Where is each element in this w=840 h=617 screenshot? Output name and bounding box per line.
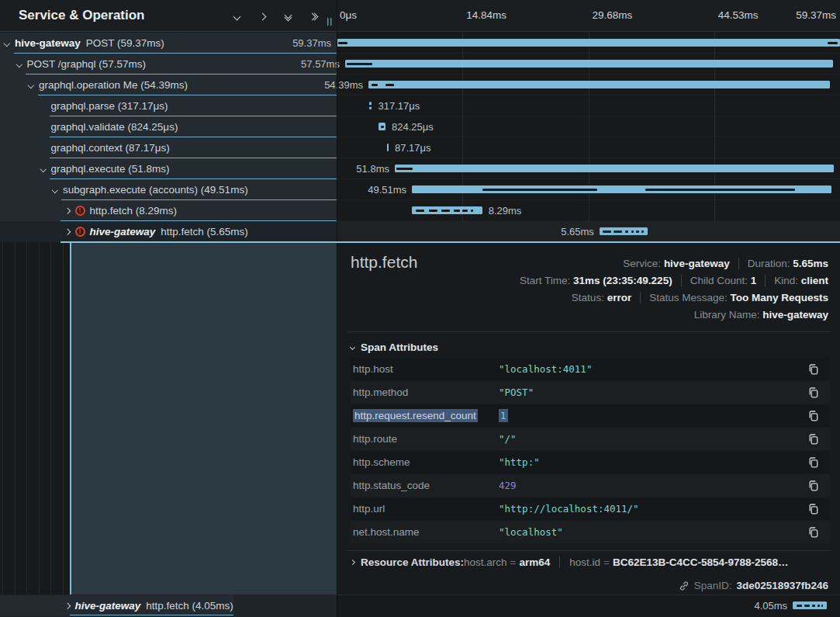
self-time-gap [369,105,371,107]
span-tree-bottom-row[interactable]: hive-gatewayhttp.fetch (4.05ms) [0,594,337,617]
copy-icon[interactable] [807,456,820,469]
copy-icon[interactable] [807,503,820,515]
copy-icon[interactable] [807,410,820,422]
timeline-row[interactable]: 8.29ms [337,200,840,221]
panel-resize-handle[interactable]: || [327,16,333,26]
span-meta-line: Service: hive-gatewayDuration: 5.65ms [520,255,828,272]
chevron-right-icon[interactable] [63,230,72,234]
copy-icon[interactable] [807,480,820,492]
span-meta-item: Service: hive-gateway [623,258,729,269]
service-name: hive-gateway [75,600,141,612]
self-time-gap [603,231,611,233]
timeline-row[interactable]: 824.25μs [337,116,840,137]
tree-row[interactable]: graphql.execute (51.8ms) [0,158,337,179]
chevron-right-icon[interactable] [63,604,72,608]
chevron-down-icon[interactable] [2,41,12,46]
span-meta-line: Status: errorStatus Message: Too Many Re… [520,289,828,306]
tree-row[interactable]: hive-gatewayhttp.fetch (4.05ms) [0,595,233,616]
timeline-span-bar[interactable] [368,81,830,88]
timeline-span-bar[interactable] [379,123,385,130]
tree-row[interactable]: graphql.context (87.17μs) [0,137,337,158]
span-meta-item: Kind: client [765,275,828,286]
timeline-row[interactable]: 57.57ms [337,54,840,75]
attribute-key[interactable]: http.route [353,433,499,445]
copy-icon[interactable] [807,363,820,376]
timeline-span-bar[interactable] [345,60,833,68]
chevron-down-icon[interactable] [26,83,36,88]
timeline-row[interactable]: 49.51ms [337,179,840,200]
tree-row[interactable]: subgraph.execute (accounts) (49.51ms) [0,179,337,200]
axis-tick-label: 0μs [340,9,357,21]
copy-icon[interactable] [807,386,820,399]
timeline-span-bar[interactable] [412,185,831,193]
copy-icon[interactable] [807,526,820,539]
timeline-row[interactable]: 317.17μs [337,95,840,116]
self-time-gap [385,84,394,86]
attribute-key[interactable]: http.method [353,386,499,398]
timeline-span-bar[interactable] [600,227,648,235]
timeline-span-bar[interactable] [337,39,840,47]
span-meta: Service: hive-gatewayDuration: 5.65msSta… [520,255,828,323]
tree-row[interactable]: hive-gatewayPOST (59.37ms) [0,33,337,54]
timeline-row[interactable]: 87.17μs [337,137,840,158]
attribute-key[interactable]: http.request.resend_count [353,410,499,421]
timeline: 59.37ms57.57ms54.39ms317.17μs824.25μs87.… [337,33,840,242]
tree-row[interactable]: !http.fetch (8.29ms) [0,200,337,221]
timeline-axis-header: 0μs14.84ms29.68ms44.53ms59.37ms [337,0,840,32]
self-time-gap [828,42,838,44]
resource-attributes-toggle[interactable]: Resource Attributes: [351,556,464,568]
tree-row[interactable]: graphql.operation Me (54.39ms) [0,75,337,95]
copy-icon[interactable] [807,433,820,445]
self-time-gap [372,84,378,86]
attribute-value: "POST" [499,386,534,398]
span-duration-label: 57.57ms [301,58,340,70]
expand-icon[interactable] [253,7,271,26]
timeline-span-bar[interactable] [412,206,482,214]
timeline-span-bar[interactable] [395,165,834,172]
self-time-gap [614,231,622,233]
timeline-row[interactable]: 59.37ms [337,33,840,54]
attribute-key[interactable]: http.status_code [353,480,499,491]
timeline-row[interactable]: 54.39ms [337,75,840,95]
attribute-key[interactable]: http.url [353,503,499,515]
attribute-key[interactable]: http.host [353,363,499,375]
self-time-gap [821,605,823,607]
tree-row[interactable]: graphql.parse (317.17μs) [0,95,337,116]
timeline-span-bar[interactable] [369,102,372,109]
timeline-row[interactable]: 4.05ms [337,595,840,617]
expand-all-icon[interactable] [304,7,323,26]
span-id-value: 3de02518937fb246 [736,580,828,591]
timeline-span-bar[interactable] [387,144,389,151]
panel-divider[interactable] [337,0,337,617]
error-icon: ! [75,227,85,237]
collapse-all-icon[interactable] [278,7,297,26]
self-time-gap [416,210,424,212]
timeline-row[interactable]: 51.8ms [337,158,840,179]
timeline-span-bar[interactable] [793,601,827,609]
collapse-icon[interactable] [227,7,246,26]
attribute-key[interactable]: http.scheme [353,456,499,468]
tree-row[interactable]: graphql.validate (824.25μs) [0,116,337,137]
chevron-down-icon[interactable] [50,188,60,192]
timeline-row[interactable]: 5.65ms [337,221,840,242]
self-time-gap [645,189,795,191]
attribute-value: 1 [499,410,508,421]
tree-toolbar [227,7,323,26]
attribute-row: http.status_code429 [351,474,830,497]
span-duration-label: 59.37ms [292,37,331,49]
span-duration-label: 51.8ms [356,163,389,175]
tree-row[interactable]: !hive-gatewayhttp.fetch (5.65ms) [0,221,337,242]
section-divider [347,331,831,332]
attribute-key[interactable]: net.host.name [353,526,499,538]
span-label: http.fetch (4.05ms) [146,600,233,612]
chevron-down-icon[interactable] [39,167,48,172]
self-time-gap [797,605,803,607]
tree-row[interactable]: POST /graphql (57.57ms) [0,54,337,75]
self-time-gap [441,210,450,212]
span-attributes-toggle[interactable]: Span Attributes [351,341,438,353]
self-time-gap [471,210,473,212]
chevron-down-icon[interactable] [15,62,24,67]
chevron-right-icon[interactable] [63,209,72,213]
selected-span-region [70,243,337,594]
self-time-gap [454,210,459,212]
